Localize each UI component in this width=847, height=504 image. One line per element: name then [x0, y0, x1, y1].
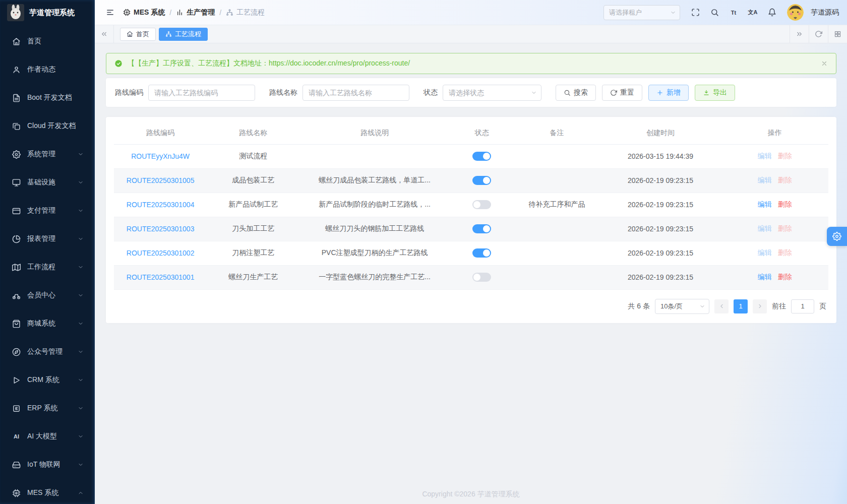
username[interactable]: 芋道源码	[811, 8, 839, 17]
search-button[interactable]: 搜索	[556, 85, 596, 101]
breadcrumb-item-mes[interactable]: MES 系统	[123, 8, 165, 17]
status-toggle[interactable]	[472, 176, 491, 185]
goto-page-input[interactable]	[791, 299, 814, 313]
search-icon	[564, 89, 571, 96]
route-code-link[interactable]: ROUTE20250301005	[127, 176, 195, 184]
edit-link[interactable]: 编辑	[758, 152, 772, 160]
reset-button[interactable]: 重置	[602, 85, 642, 101]
add-button[interactable]: 新增	[648, 85, 689, 101]
delete-link[interactable]: 删除	[778, 152, 792, 160]
menu-collapse-icon[interactable]	[102, 5, 118, 21]
route-code-link[interactable]: ROUTEyyXnJu4W	[131, 152, 190, 160]
edit-link[interactable]: 编辑	[758, 224, 772, 232]
sidebar-item-bike[interactable]: 会员中心	[0, 281, 95, 309]
breadcrumb-label: 工艺流程	[236, 8, 265, 17]
table-row: ROUTE20250301004 新产品试制工艺 新产品试制阶段的临时工艺路线，…	[114, 193, 828, 217]
copy-icon	[12, 122, 21, 131]
status-toggle[interactable]	[472, 248, 491, 258]
breadcrumb-item-production[interactable]: 生产管理	[176, 8, 215, 17]
remark-cell: 待补充工序和产品	[514, 193, 599, 217]
user-icon	[12, 66, 21, 74]
remark-cell	[514, 241, 599, 265]
edit-link[interactable]: 编辑	[758, 248, 772, 257]
sidebar-item-home[interactable]: 首页	[0, 27, 95, 55]
route-code-input[interactable]	[148, 85, 255, 101]
breadcrumb-label: 生产管理	[187, 8, 215, 17]
topbar: MES 系统 / 生产管理 / 工艺流程	[95, 0, 847, 25]
app-logo-row[interactable]: 芋道管理系统	[0, 0, 95, 25]
sidebar-item-label: Boot 开发文档	[27, 93, 84, 102]
locale-icon[interactable]: 文A	[745, 5, 761, 21]
hard-drive-icon	[12, 461, 21, 469]
prev-page-button[interactable]	[714, 299, 729, 313]
route-icon	[165, 31, 172, 37]
alert-doc-link[interactable]: https://doc.iocoder.cn/mes/pro/process-r…	[269, 59, 410, 67]
bell-icon[interactable]	[764, 5, 780, 21]
theme-settings-button[interactable]	[827, 227, 847, 246]
alert-text: 【【生产】工序设置、工艺流程】文档地址：https://doc.iocoder.…	[128, 59, 410, 68]
tab-home[interactable]: 首页	[120, 28, 156, 41]
export-button[interactable]: 导出	[695, 85, 735, 101]
route-code-link[interactable]: ROUTE20250301004	[127, 201, 195, 209]
font-size-icon[interactable]: Tt	[725, 5, 742, 21]
sidebar-item-shop[interactable]: 商城系统	[0, 309, 95, 338]
chevron-down-icon	[78, 462, 84, 468]
sidebar-item-pie[interactable]: 报表管理	[0, 225, 95, 253]
table-header-row: 路线编码 路线名称 路线说明 状态 备注 创建时间 操作	[114, 122, 828, 144]
route-code-link[interactable]: ROUTE20250301003	[127, 225, 195, 233]
refresh-icon	[610, 89, 617, 96]
sidebar-item-erp[interactable]: ERP 系统	[0, 394, 95, 422]
status-toggle[interactable]	[472, 273, 491, 282]
status-toggle[interactable]	[472, 200, 491, 209]
route-code-link[interactable]: ROUTE20250301001	[127, 273, 195, 281]
search-icon[interactable]	[706, 5, 722, 21]
sidebar-item-copy[interactable]: Cloud 开发文档	[0, 112, 95, 140]
sidebar-item-play[interactable]: CRM 系统	[0, 366, 95, 394]
goto-field	[791, 299, 814, 313]
delete-link[interactable]: 删除	[778, 200, 792, 208]
sidebar-item-map[interactable]: 工作流程	[0, 253, 95, 281]
tenant-select[interactable]	[603, 5, 680, 20]
sidebar-item-file-text[interactable]: Boot 开发文档	[0, 84, 95, 112]
status-toggle[interactable]	[472, 152, 491, 161]
sidebar-item-compass[interactable]: 公众号管理	[0, 338, 95, 366]
route-code-link[interactable]: ROUTE20250301002	[127, 249, 195, 257]
sidebar-item-ai[interactable]: AI AI 大模型	[0, 422, 95, 451]
table-row: ROUTE20250301001 螺丝刀生产工艺 一字型蓝色螺丝刀的完整生产工艺…	[114, 265, 828, 289]
chevron-left-icon	[718, 303, 725, 309]
tabs-menu-icon[interactable]	[828, 25, 847, 43]
delete-link[interactable]: 删除	[778, 176, 792, 184]
delete-link[interactable]: 删除	[778, 273, 792, 281]
tabs-scroll-left-icon[interactable]	[95, 25, 114, 43]
close-icon[interactable]	[821, 60, 828, 67]
edit-link[interactable]: 编辑	[758, 176, 772, 184]
sidebar-item-cpu[interactable]: MES 系统	[0, 479, 95, 504]
status-select-input[interactable]	[443, 85, 541, 101]
status-toggle[interactable]	[472, 224, 491, 233]
route-name-input[interactable]	[302, 85, 409, 101]
fullscreen-icon[interactable]	[687, 5, 703, 21]
route-desc-cell: 螺丝刀刀头的钢筋加工工艺路线	[299, 217, 450, 241]
delete-link[interactable]: 删除	[778, 224, 792, 232]
sidebar-item-user[interactable]: 作者动态	[0, 55, 95, 84]
sidebar-item-label: CRM 系统	[27, 375, 78, 385]
tenant-select-input[interactable]	[603, 5, 680, 20]
tabs-scroll-right-icon[interactable]	[790, 25, 809, 43]
refresh-tab-icon[interactable]	[809, 25, 828, 43]
sidebar-item-label: MES 系统	[27, 488, 78, 497]
breadcrumb-separator: /	[219, 9, 221, 17]
monitor-icon	[12, 178, 21, 187]
sidebar-item-hard-drive[interactable]: IoT 物联网	[0, 451, 95, 479]
delete-link[interactable]: 删除	[778, 248, 792, 257]
sidebar-item-monitor[interactable]: 基础设施	[0, 168, 95, 197]
page-size-select[interactable]: 10条/页	[655, 299, 709, 314]
edit-link[interactable]: 编辑	[758, 273, 772, 281]
tab-process-route[interactable]: 工艺流程	[159, 28, 208, 41]
next-page-button[interactable]	[753, 299, 767, 313]
sidebar-item-pay[interactable]: 支付管理	[0, 197, 95, 225]
col-remark: 备注	[514, 122, 599, 144]
sidebar-item-gear[interactable]: 系统管理	[0, 140, 95, 168]
page-number-current[interactable]: 1	[734, 299, 748, 313]
user-avatar[interactable]	[787, 4, 804, 21]
edit-link[interactable]: 编辑	[758, 200, 772, 208]
